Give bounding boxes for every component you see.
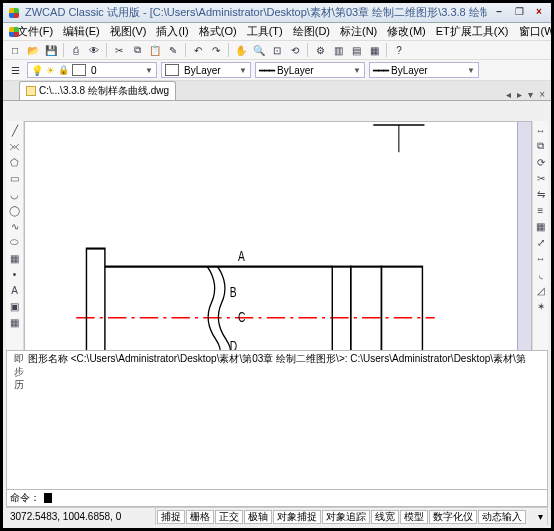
- menu-format[interactable]: 格式(O): [199, 24, 237, 39]
- cmd-toggle-button[interactable]: 即: [14, 353, 24, 365]
- linetype-combo[interactable]: ━━━ ByLayer ▼: [255, 62, 365, 78]
- rotate-tool[interactable]: ⟳: [534, 155, 548, 169]
- menu-modify[interactable]: 修改(M): [387, 24, 426, 39]
- table-tool[interactable]: ▦: [8, 315, 22, 329]
- menu-dimension[interactable]: 标注(N): [340, 24, 377, 39]
- point-tool[interactable]: •: [8, 267, 22, 281]
- tool-palettes-button[interactable]: ▤: [348, 42, 364, 58]
- mirror-tool[interactable]: ⇋: [534, 187, 548, 201]
- arc-tool[interactable]: ◡: [8, 187, 22, 201]
- chevron-down-icon: ▼: [239, 66, 247, 75]
- zoom-window-button[interactable]: ⊡: [269, 42, 285, 58]
- calc-button[interactable]: ▦: [366, 42, 382, 58]
- menu-ettools[interactable]: ET扩展工具(X): [436, 24, 509, 39]
- offset-tool[interactable]: ≡: [534, 203, 548, 217]
- paste-button[interactable]: 📋: [147, 42, 163, 58]
- print-button[interactable]: ⎙: [68, 42, 84, 58]
- tabbar-next-button[interactable]: ▸: [515, 89, 524, 100]
- tabbar-list-button[interactable]: ▾: [526, 89, 535, 100]
- menu-file[interactable]: 文件(F): [17, 24, 53, 39]
- linetype-label: ByLayer: [277, 65, 314, 76]
- layerprops-button[interactable]: ☰: [7, 62, 23, 78]
- rectangle-tool[interactable]: ▭: [8, 171, 22, 185]
- menu-tools[interactable]: 工具(T): [247, 24, 283, 39]
- move-tool[interactable]: ↔: [534, 123, 548, 137]
- new-button[interactable]: □: [7, 42, 23, 58]
- zoom-rt-button[interactable]: 🔍: [251, 42, 267, 58]
- status-bar: 3072.5483, 1004.6858, 0 捕捉 栅格 正交 极轴 对象捕捉…: [6, 507, 548, 525]
- open-button[interactable]: 📂: [25, 42, 41, 58]
- menu-insert[interactable]: 插入(I): [156, 24, 188, 39]
- toggle-polar[interactable]: 极轴: [244, 510, 272, 524]
- help-button[interactable]: ?: [391, 42, 407, 58]
- layer-combo[interactable]: 💡 ☀ 🔒 0 ▼: [27, 62, 157, 78]
- toggle-lwt[interactable]: 线宽: [371, 510, 399, 524]
- document-tab-bar: C:\...\3.3.8 绘制样条曲线.dwg ◂ ▸ ▾ ×: [3, 81, 551, 101]
- undo-button[interactable]: ↶: [190, 42, 206, 58]
- lineweight-combo[interactable]: ━━━ ByLayer ▼: [369, 62, 479, 78]
- toggle-grid[interactable]: 栅格: [186, 510, 214, 524]
- lineweight-sample-icon: ━━━: [373, 65, 388, 76]
- toggle-otrack[interactable]: 对象追踪: [322, 510, 370, 524]
- plot-preview-button[interactable]: 👁: [86, 42, 102, 58]
- pan-button[interactable]: ✋: [233, 42, 249, 58]
- command-line[interactable]: 命令：: [6, 490, 548, 507]
- toggle-model[interactable]: 模型: [400, 510, 428, 524]
- doc-close-button[interactable]: ×: [531, 6, 547, 20]
- status-tray-icon[interactable]: ▾: [534, 508, 548, 525]
- circle-tool[interactable]: ◯: [8, 203, 22, 217]
- hatch-tool[interactable]: ▦: [8, 251, 22, 265]
- menu-edit[interactable]: 编辑(E): [63, 24, 100, 39]
- dwg-file-icon: [26, 86, 36, 96]
- copy-tool[interactable]: ⧉: [534, 139, 548, 153]
- cut-button[interactable]: ✂: [111, 42, 127, 58]
- chamfer-tool[interactable]: ◿: [534, 283, 548, 297]
- line-tool[interactable]: ╱: [8, 123, 22, 137]
- app-logo-icon: [7, 6, 21, 20]
- design-center-button[interactable]: ▥: [330, 42, 346, 58]
- toggle-osnap[interactable]: 对象捕捉: [273, 510, 321, 524]
- document-tab[interactable]: C:\...\3.3.8 绘制样条曲线.dwg: [19, 81, 176, 100]
- sun-icon: ☀: [46, 65, 55, 76]
- copy-button[interactable]: ⧉: [129, 42, 145, 58]
- fillet-tool[interactable]: ◟: [534, 267, 548, 281]
- command-history[interactable]: 即 步 历 图形名称 <C:\Users\Administrator\Deskt…: [6, 350, 548, 490]
- array-tool[interactable]: ▦: [534, 219, 548, 233]
- matchprop-button[interactable]: ✎: [165, 42, 181, 58]
- color-combo[interactable]: ByLayer ▼: [161, 62, 251, 78]
- redo-button[interactable]: ↷: [208, 42, 224, 58]
- bulb-icon: 💡: [31, 65, 43, 76]
- menu-view[interactable]: 视图(V): [110, 24, 147, 39]
- explode-tool[interactable]: ✶: [534, 299, 548, 313]
- region-tool[interactable]: ▣: [8, 299, 22, 313]
- toggle-ortho[interactable]: 正交: [215, 510, 243, 524]
- trim-tool[interactable]: ✂: [534, 171, 548, 185]
- cmd-history-prev-button[interactable]: 步: [14, 366, 24, 378]
- ellipse-tool[interactable]: ⬭: [8, 235, 22, 249]
- spline-tool[interactable]: ∿: [8, 219, 22, 233]
- label-b: B: [230, 283, 237, 301]
- text-tool[interactable]: A: [8, 283, 22, 297]
- stretch-tool[interactable]: ↔: [534, 251, 548, 265]
- toggle-digitizer[interactable]: 数字化仪: [429, 510, 477, 524]
- doc-minimize-button[interactable]: –: [491, 6, 507, 20]
- scale-tool[interactable]: ⤢: [534, 235, 548, 249]
- save-button[interactable]: 💾: [43, 42, 59, 58]
- toggle-snap[interactable]: 捕捉: [157, 510, 185, 524]
- titlebar: ZWCAD Classic 试用版 - [C:\Users\Administra…: [3, 3, 551, 23]
- bottom-stack: 即 步 历 图形名称 <C:\Users\Administrator\Deskt…: [6, 350, 548, 525]
- tabbar-close-button[interactable]: ×: [537, 89, 547, 100]
- menu-window[interactable]: 窗口(W): [519, 24, 554, 39]
- doc-maximize-button[interactable]: ❐: [511, 6, 527, 20]
- zoom-prev-button[interactable]: ⟲: [287, 42, 303, 58]
- tabbar-prev-button[interactable]: ◂: [504, 89, 513, 100]
- properties-button[interactable]: ⚙: [312, 42, 328, 58]
- polygon-tool[interactable]: ⬠: [8, 155, 22, 169]
- menu-draw[interactable]: 绘图(D): [293, 24, 330, 39]
- pline-tool[interactable]: ⩙: [8, 139, 22, 153]
- label-a: A: [238, 247, 245, 265]
- linetype-sample-icon: ━━━: [259, 65, 274, 76]
- cmd-history-next-button[interactable]: 历: [14, 379, 24, 391]
- command-prompt: 命令：: [10, 491, 40, 505]
- toggle-dyn[interactable]: 动态输入: [478, 510, 526, 524]
